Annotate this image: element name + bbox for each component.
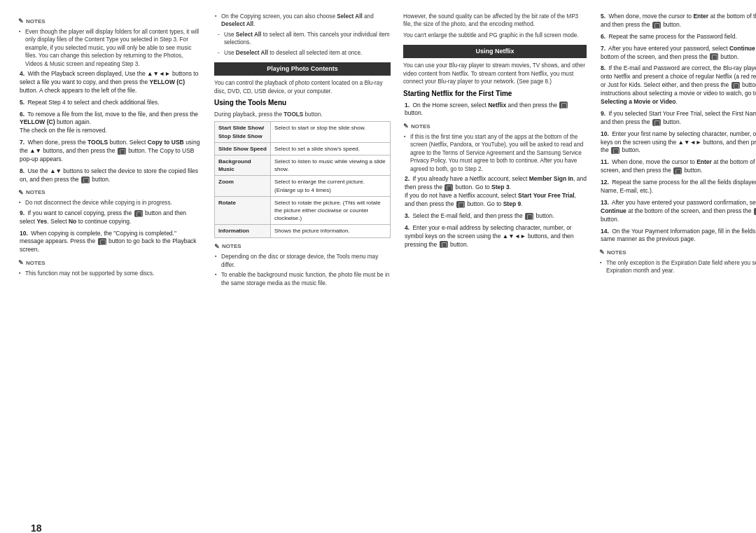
pencil-icon: ✎ (599, 248, 605, 257)
dash-item: Use Select All to select all item. This … (214, 31, 391, 47)
column-3: However, the sound quality can be affect… (400, 13, 589, 289)
numbered-item: 6. Repeat the same process for the Passw… (599, 33, 756, 41)
table-row: Start Slide Show/ Stop Slide Show Select… (215, 122, 391, 142)
numbered-item: 3. Select the E-mail field, and then pre… (403, 212, 587, 221)
table-cell-desc: Select to listen to music while viewing … (271, 155, 391, 176)
numbered-item: 7. When done, press the TOOLS button. Se… (18, 139, 202, 164)
numbered-item: 2. If you already have a Netflix account… (403, 175, 587, 209)
table-cell-desc: Select to enlarge the current picture. (… (271, 176, 391, 196)
numbered-item: 12. Repeat the same process for the all … (599, 179, 756, 195)
note-item: To enable the background music function,… (214, 271, 391, 287)
numbered-item: 4. Enter your e-mail address by selectin… (403, 224, 587, 249)
tools-menu-heading: Using the Tools Menu (214, 98, 391, 108)
notes-label-bot-col2: ✎ NOTES (214, 242, 391, 251)
table-row: Rotate Select to rotate the picture. (Th… (215, 196, 391, 225)
pencil-icon: ✎ (18, 188, 24, 198)
note-item: Do not disconnect the device while copyi… (18, 199, 202, 207)
playing-photo-para: You can control the playback of photo co… (214, 79, 391, 95)
page-number: 18 (31, 522, 42, 533)
table-cell-label: Zoom (215, 176, 271, 196)
numbered-item: 10. Enter your first name by selecting c… (599, 130, 756, 155)
pencil-icon: ✎ (403, 122, 409, 131)
netflix-para: You can use your Blu-ray player to strea… (403, 62, 587, 85)
numbered-item: 5. Repeat Step 4 to select and check add… (18, 99, 202, 107)
notes-label-mid-col1: ✎ NOTES (18, 188, 202, 198)
column-2: On the Copying screen, you can also choo… (211, 13, 393, 289)
notes-label-bot-col1: ✎ NOTES (18, 258, 202, 268)
table-cell-label: Rotate (215, 196, 271, 225)
table-row: Slide Show Speed Select to set a slide s… (215, 142, 391, 155)
numbered-item: 9. If you selected Start Your Free Trial… (599, 110, 756, 127)
notes-label-mid-col3: ✎ NOTES (403, 122, 587, 131)
pencil-icon: ✎ (214, 242, 220, 251)
table-cell-label: Slide Show Speed (215, 142, 271, 155)
note-item: The only exception is the Expiration Dat… (599, 259, 756, 275)
numbered-item: 7. After you have entered your password,… (599, 45, 756, 62)
table-cell-label: Start Slide Show/ Stop Slide Show (215, 122, 271, 142)
pencil-icon: ✎ (18, 17, 24, 26)
column-1: ✎ NOTES Even though the player will disp… (15, 13, 204, 289)
using-netflix-heading: Using Netflix (403, 45, 587, 58)
sound-quality-para: However, the sound quality can be affect… (403, 13, 587, 29)
notes-label-top-col1: ✎ NOTES (18, 17, 202, 26)
numbered-item: 13. After you have entered your password… (599, 199, 756, 224)
note-item: If this is the first time you start any … (403, 133, 587, 173)
page-layout: ✎ NOTES Even though the player will disp… (15, 13, 741, 289)
table-row: Zoom Select to enlarge the current pictu… (215, 176, 391, 196)
table-row: Background Music Select to listen to mus… (215, 155, 391, 176)
table-cell-label: Information (215, 225, 271, 237)
numbered-item: 14. On the Your Payment Information page… (599, 228, 756, 244)
numbered-item: 8. Use the ▲▼ buttons to select the devi… (18, 167, 202, 184)
column-4: 5. When done, move the cursor to Enter a… (596, 13, 756, 289)
note-item: Depending on the disc or storage device,… (214, 253, 391, 269)
numbered-item: 5. When done, move the cursor to Enter a… (599, 13, 756, 29)
tools-table: Start Slide Show/ Stop Slide Show Select… (214, 121, 391, 237)
numbered-item: 8. If the E-mail and Password are correc… (599, 64, 756, 106)
pencil-icon: ✎ (18, 258, 24, 268)
table-cell-desc: Shows the picture information. (271, 225, 391, 237)
numbered-item: 10. When copying is complete, the "Copyi… (18, 230, 202, 255)
notes-label-bot-col4: ✎ NOTES (599, 248, 756, 257)
note-item: Even though the player will display fold… (18, 28, 202, 68)
numbered-item: 9. If you want to cancel copying, press … (18, 209, 202, 226)
tools-menu-para: During playback, press the TOOLS button. (214, 111, 391, 118)
numbered-item: 1. On the Home screen, select Netflix an… (403, 102, 587, 118)
table-cell-desc: Select to start or stop the slide show. (271, 122, 391, 142)
note-item: This function may not be supported by so… (18, 270, 202, 277)
note-item: On the Copying screen, you can also choo… (214, 13, 391, 29)
numbered-item: 6. To remove a file from the list, move … (18, 111, 202, 136)
dash-item: Use Deselect All to deselect all selecte… (214, 49, 391, 57)
playing-photo-contents-heading: Playing Photo Contents (214, 62, 391, 76)
numbered-item: 11. When done, move the cursor to Enter … (599, 158, 756, 175)
numbered-item: 4. With the Playback screen displayed, U… (18, 70, 202, 95)
table-row: Information Shows the picture informatio… (215, 225, 391, 237)
table-cell-desc: Select to set a slide show's speed. (271, 142, 391, 155)
subtitle-para: You can't enlarge the subtitle and PG gr… (403, 32, 587, 39)
table-cell-label: Background Music (215, 155, 271, 176)
starting-netflix-heading: Starting Netflix for the First Time (403, 89, 587, 99)
table-cell-desc: Select to rotate the picture. (This will… (271, 196, 391, 225)
